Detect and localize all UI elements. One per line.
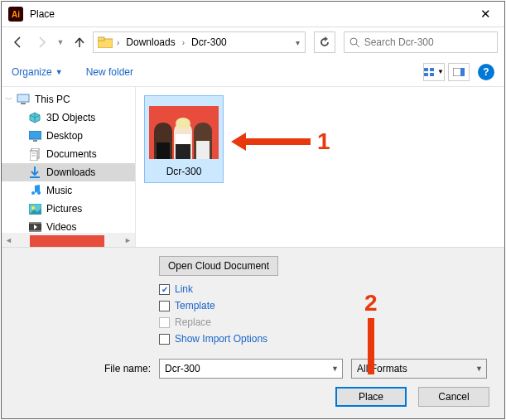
- open-cloud-document-button[interactable]: Open Cloud Document: [159, 256, 278, 276]
- preview-pane-icon: [453, 68, 465, 76]
- download-icon: [28, 166, 41, 179]
- folder-icon: [97, 36, 113, 49]
- svg-rect-1: [98, 37, 104, 41]
- footer: Open Cloud Document ✔ Link Template Repl…: [2, 247, 504, 418]
- chevron-right-icon: ›: [181, 38, 186, 47]
- svg-rect-9: [460, 68, 465, 76]
- desktop-icon: [28, 129, 41, 142]
- videos-icon: [28, 220, 41, 234]
- pc-icon: [17, 93, 30, 106]
- file-item-dcr300[interactable]: Dcr-300: [144, 95, 224, 183]
- show-import-options-checkbox[interactable]: Show Import Options: [159, 331, 493, 347]
- checkbox-icon: [159, 301, 170, 311]
- place-dialog: Ai Place ✕ ▼ › Downloads › Dcr-300 ▾: [1, 1, 505, 419]
- svg-line-3: [356, 44, 359, 47]
- chevron-down-icon: ▼: [331, 364, 339, 373]
- svg-rect-4: [424, 68, 428, 71]
- search-input[interactable]: [364, 36, 492, 48]
- sidebar: ﹀ This PC 3D Objects Desktop Documents D…: [2, 87, 136, 247]
- svg-point-20: [31, 206, 35, 210]
- cube-icon: [28, 111, 41, 124]
- svg-point-2: [350, 38, 357, 45]
- sidebar-item-downloads[interactable]: Downloads: [2, 163, 135, 181]
- place-button[interactable]: Place: [335, 387, 407, 407]
- path-dropdown-icon[interactable]: ▾: [294, 38, 301, 47]
- annotation-arrow-2: 2: [364, 290, 378, 374]
- sidebar-item-music[interactable]: Music: [2, 181, 135, 200]
- titlebar: Ai Place ✕: [2, 2, 504, 27]
- checkbox-disabled-icon: [159, 317, 170, 328]
- filename-combo[interactable]: Dcr-300 ▼: [159, 359, 343, 379]
- sidebar-item-3d-objects[interactable]: 3D Objects: [2, 109, 135, 127]
- scroll-right-icon[interactable]: ►: [121, 236, 135, 244]
- sidebar-item-documents[interactable]: Documents: [2, 145, 135, 163]
- checkbox-checked-icon: ✔: [159, 284, 170, 295]
- documents-icon: [28, 147, 41, 161]
- svg-rect-22: [29, 222, 41, 224]
- annotation-arrow-1: 1: [231, 128, 330, 155]
- svg-rect-13: [33, 140, 37, 142]
- template-checkbox[interactable]: Template: [159, 297, 493, 314]
- thumbnails-icon: [424, 68, 436, 76]
- sidebar-item-desktop[interactable]: Desktop: [2, 127, 135, 145]
- svg-rect-5: [430, 68, 434, 71]
- svg-rect-10: [17, 94, 29, 102]
- recent-dropdown[interactable]: ▼: [55, 32, 66, 52]
- search-box[interactable]: [344, 31, 498, 53]
- file-label: Dcr-300: [166, 166, 202, 177]
- filename-label: File name:: [60, 363, 151, 374]
- toolbar: Organize ▼ New folder ▼ ?: [2, 57, 504, 87]
- sidebar-scrollbar[interactable]: ◄ ►: [2, 233, 135, 247]
- arrow-up-icon: [73, 36, 86, 49]
- svg-rect-12: [29, 131, 41, 139]
- sidebar-item-this-pc[interactable]: ﹀ This PC: [2, 90, 135, 109]
- svg-rect-6: [424, 73, 428, 76]
- forward-button[interactable]: [31, 32, 51, 52]
- chevron-right-icon: ›: [115, 38, 121, 47]
- help-button[interactable]: ?: [478, 64, 494, 80]
- file-thumbnail: [149, 106, 219, 159]
- expand-icon[interactable]: ﹀: [5, 94, 12, 105]
- up-button[interactable]: [70, 32, 89, 52]
- view-mode-button[interactable]: ▼: [423, 63, 445, 81]
- new-folder-button[interactable]: New folder: [86, 66, 133, 78]
- svg-rect-7: [430, 73, 434, 76]
- body: ﹀ This PC 3D Objects Desktop Documents D…: [2, 87, 504, 247]
- action-row: Place Cancel: [13, 387, 493, 407]
- link-checkbox[interactable]: ✔ Link: [159, 281, 493, 297]
- preview-pane-button[interactable]: [448, 63, 470, 81]
- search-icon: [349, 37, 359, 48]
- chevron-down-icon: ▼: [437, 68, 444, 75]
- replace-checkbox: Replace: [159, 314, 493, 331]
- refresh-button[interactable]: [314, 31, 335, 53]
- window-title: Place: [30, 8, 467, 20]
- breadcrumb-dcr300[interactable]: Dcr-300: [188, 35, 230, 50]
- nav-bar: ▼ › Downloads › Dcr-300 ▾: [2, 27, 504, 57]
- svg-rect-23: [29, 230, 41, 232]
- filename-row: File name: Dcr-300 ▼ All Formats ▼: [13, 359, 493, 379]
- illustrator-icon: Ai: [8, 7, 23, 22]
- back-button[interactable]: [8, 32, 28, 52]
- arrow-left-icon: [12, 36, 25, 49]
- sidebar-item-pictures[interactable]: Pictures: [2, 200, 135, 218]
- music-icon: [28, 184, 41, 197]
- scroll-left-icon[interactable]: ◄: [2, 236, 16, 244]
- close-button[interactable]: ✕: [467, 2, 504, 27]
- chevron-down-icon: ▼: [55, 68, 63, 76]
- checkbox-icon: [159, 334, 170, 345]
- cancel-button[interactable]: Cancel: [418, 387, 489, 407]
- chevron-down-icon: ▼: [475, 364, 483, 373]
- arrow-right-icon: [35, 36, 48, 49]
- svg-rect-11: [21, 103, 26, 104]
- breadcrumb-downloads[interactable]: Downloads: [123, 35, 178, 50]
- pictures-icon: [28, 202, 41, 215]
- path-box[interactable]: › Downloads › Dcr-300 ▾: [93, 31, 306, 53]
- organize-menu[interactable]: Organize ▼: [12, 66, 63, 78]
- refresh-icon: [319, 36, 330, 48]
- file-list[interactable]: Dcr-300 1: [136, 87, 504, 247]
- options-group: ✔ Link Template Replace Show Import Opti…: [159, 281, 493, 347]
